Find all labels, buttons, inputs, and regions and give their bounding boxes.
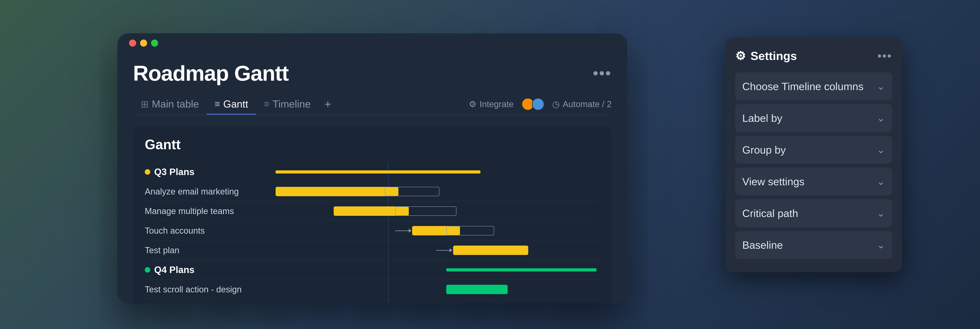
q3-dot <box>145 169 150 175</box>
gantt-title: Gantt <box>145 137 600 152</box>
chevron-down-icon-2: ⌄ <box>877 144 885 155</box>
integrate-icon: ⚙ <box>469 99 476 109</box>
q3-timeline <box>259 162 600 182</box>
settings-header: ⚙ Settings ••• <box>735 49 892 63</box>
testplan-arrow <box>450 248 452 252</box>
gantt-icon: ≡ <box>215 98 220 109</box>
testplan-label: Test plan <box>145 245 259 255</box>
grid-line-4 <box>388 221 388 240</box>
integrate-label: Integrate <box>480 99 514 109</box>
q3-group-bar <box>275 170 480 174</box>
settings-panel: ⚙ Settings ••• Choose Timeline columns ⌄… <box>725 37 902 272</box>
settings-item-baseline[interactable]: Baseline ⌄ <box>735 231 892 259</box>
gantt-row-testplan: Test plan <box>145 240 600 260</box>
tab-gantt-label: Gantt <box>223 98 248 110</box>
gantt-container: Gantt Q3 Plans <box>133 127 612 304</box>
automate-action[interactable]: ◷ Automate / 2 <box>552 99 612 109</box>
minimize-button[interactable] <box>140 40 147 47</box>
chevron-down-icon-5: ⌄ <box>877 239 885 251</box>
timeline-icon: ≡ <box>264 98 269 109</box>
traffic-lights <box>129 40 158 47</box>
settings-item-view-settings[interactable]: View settings ⌄ <box>735 168 892 195</box>
automate-label: Automate / 2 <box>563 99 612 109</box>
window-content: Roadmap Gantt ••• ⊞ Main table ≡ Gantt ≡… <box>117 53 627 304</box>
app-window: Roadmap Gantt ••• ⊞ Main table ≡ Gantt ≡… <box>117 33 627 304</box>
manage-outline-bar <box>395 206 457 216</box>
touch-connector <box>395 231 409 231</box>
settings-item-choose-timeline[interactable]: Choose Timeline columns ⌄ <box>735 73 892 100</box>
chevron-down-icon-0: ⌄ <box>877 81 885 92</box>
user-avatars <box>522 98 544 111</box>
app-title: Roadmap Gantt <box>133 61 288 85</box>
q3-group-label: Q3 Plans <box>145 166 259 177</box>
tab-gantt[interactable]: ≡ Gantt <box>207 94 256 115</box>
gantt-row-manage: Manage multiple teams <box>145 201 600 221</box>
tab-main-table[interactable]: ⊞ Main table <box>133 94 207 115</box>
settings-item-critical-path[interactable]: Critical path ⌄ <box>735 199 892 227</box>
integrate-action[interactable]: ⚙ Integrate <box>469 99 514 109</box>
settings-item-group-by[interactable]: Group by ⌄ <box>735 136 892 164</box>
tab-timeline[interactable]: ≡ Timeline <box>256 94 318 115</box>
testscroll-timeline <box>259 280 600 299</box>
settings-more-button[interactable]: ••• <box>877 49 892 63</box>
manage-label: Manage multiple teams <box>145 206 259 216</box>
testplan-bar <box>453 245 528 255</box>
automate-icon: ◷ <box>552 99 560 109</box>
q4-group-label: Q4 Plans <box>145 264 259 275</box>
gantt-row-testscroll: Test scroll action - design <box>145 280 600 299</box>
settings-item-label-by[interactable]: Label by ⌄ <box>735 104 892 132</box>
q4-timeline <box>259 260 600 280</box>
chevron-down-icon-3: ⌄ <box>877 176 885 187</box>
testscroll-label: Test scroll action - design <box>145 285 259 294</box>
grid-line-5 <box>388 240 388 260</box>
settings-title: ⚙ Settings <box>735 49 797 63</box>
testplan-connector <box>436 250 450 251</box>
header-more-button[interactable]: ••• <box>593 64 612 82</box>
app-tabs: ⊞ Main table ≡ Gantt ≡ Timeline + ⚙ Inte… <box>133 93 612 115</box>
gantt-row-analyze: Analyze email marketing <box>145 182 600 201</box>
chevron-down-icon-4: ⌄ <box>877 207 885 219</box>
gantt-row-touch: Touch accounts <box>145 221 600 240</box>
scene: Roadmap Gantt ••• ⊞ Main table ≡ Gantt ≡… <box>78 17 902 312</box>
touch-arrow <box>409 229 412 233</box>
gantt-chart: Q3 Plans Analyze email marketing <box>145 162 600 304</box>
grid-line-6 <box>388 260 388 280</box>
tab-timeline-label: Timeline <box>272 98 311 110</box>
analyze-bar <box>275 187 398 196</box>
gantt-row-onboarding: Onboarding experience <box>145 299 600 304</box>
add-tab-button[interactable]: + <box>318 93 337 115</box>
manage-timeline <box>259 201 600 221</box>
chevron-down-icon-1: ⌄ <box>877 112 885 124</box>
analyze-outline-bar <box>385 187 439 196</box>
testplan-timeline <box>259 240 600 260</box>
q4-dot <box>145 267 150 273</box>
touch-outline-bar <box>446 226 494 236</box>
tab-actions: ⚙ Integrate ◷ Automate / 2 <box>469 98 612 111</box>
grid-line-8 <box>388 299 388 304</box>
app-header: Roadmap Gantt ••• <box>133 61 612 85</box>
testscroll-bar <box>446 285 508 294</box>
gantt-group-q3: Q3 Plans <box>145 162 600 182</box>
gear-icon: ⚙ <box>735 49 746 63</box>
maximize-button[interactable] <box>151 40 158 47</box>
touch-timeline <box>259 221 600 240</box>
analyze-timeline <box>259 182 600 201</box>
q4-group-bar <box>446 268 597 271</box>
avatar-2 <box>532 98 544 111</box>
onboarding-timeline <box>259 299 600 304</box>
gantt-group-q4: Q4 Plans <box>145 260 600 280</box>
window-titlebar <box>117 33 627 53</box>
analyze-label: Analyze email marketing <box>145 187 259 196</box>
close-button[interactable] <box>129 40 136 47</box>
touch-label: Touch accounts <box>145 226 259 236</box>
grid-line-7 <box>388 280 388 299</box>
table-icon: ⊞ <box>141 98 149 109</box>
tab-main-table-label: Main table <box>152 98 199 110</box>
